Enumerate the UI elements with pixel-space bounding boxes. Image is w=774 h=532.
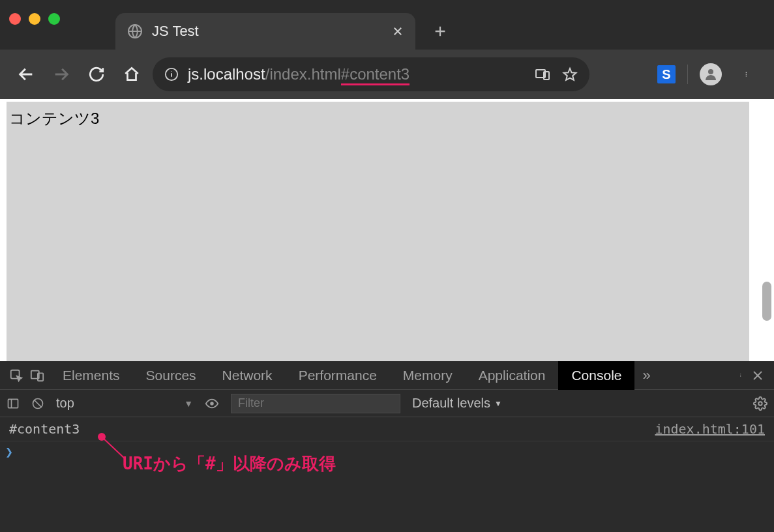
url-path: /index.html bbox=[265, 65, 341, 83]
console-message: #content3 bbox=[9, 421, 80, 437]
svg-point-16 bbox=[210, 402, 214, 406]
url-hash: #content3 bbox=[341, 65, 409, 83]
address-bar[interactable]: js.localhost/index.html#content3 bbox=[153, 57, 589, 91]
tab-sources[interactable]: Sources bbox=[133, 361, 209, 390]
bookmark-star-icon[interactable] bbox=[562, 66, 578, 82]
device-mode-icon[interactable] bbox=[535, 66, 550, 82]
tab-performance[interactable]: Performance bbox=[286, 361, 390, 390]
vertical-scrollbar[interactable] bbox=[762, 282, 771, 321]
chevron-down-icon: ▼ bbox=[184, 398, 193, 409]
clear-console-icon[interactable] bbox=[31, 397, 44, 410]
console-filter-input[interactable] bbox=[231, 394, 400, 413]
tab-title: JS Test bbox=[152, 23, 383, 40]
tab-memory[interactable]: Memory bbox=[390, 361, 466, 390]
toggle-sidebar-icon[interactable] bbox=[7, 397, 20, 410]
more-tabs-button[interactable]: » bbox=[634, 367, 658, 384]
tab-console[interactable]: Console bbox=[558, 361, 634, 390]
extension-icon[interactable]: S bbox=[657, 65, 676, 83]
svg-point-17 bbox=[758, 402, 762, 406]
chevron-down-icon: ▼ bbox=[494, 399, 502, 408]
menu-button[interactable] bbox=[734, 60, 762, 89]
tab-network[interactable]: Network bbox=[209, 361, 286, 390]
devtools-menu-icon[interactable] bbox=[740, 369, 744, 382]
devtools-tabbar: Elements Sources Network Performance Mem… bbox=[0, 361, 774, 390]
console-settings-icon[interactable] bbox=[753, 396, 767, 411]
separator bbox=[687, 65, 688, 84]
profile-avatar[interactable] bbox=[700, 63, 722, 85]
window-titlebar: JS Test bbox=[0, 0, 774, 50]
execution-context-selector[interactable]: top ▼ bbox=[56, 396, 193, 411]
svg-point-12 bbox=[740, 375, 741, 376]
page-viewport: コンテンツ3 bbox=[0, 99, 774, 361]
forward-button[interactable] bbox=[47, 60, 76, 89]
person-icon bbox=[703, 66, 719, 82]
toolbar-right: S bbox=[657, 60, 762, 89]
svg-point-6 bbox=[746, 74, 747, 74]
content-heading: コンテンツ3 bbox=[9, 110, 99, 127]
devtools-panel: Elements Sources Network Performance Mem… bbox=[0, 361, 774, 532]
console-toolbar: top ▼ Default levels ▼ bbox=[0, 390, 774, 417]
back-button[interactable] bbox=[12, 60, 40, 89]
globe-icon bbox=[127, 23, 143, 39]
page-content: コンテンツ3 bbox=[7, 102, 749, 361]
browser-tab[interactable]: JS Test bbox=[115, 13, 415, 50]
reload-button[interactable] bbox=[82, 60, 111, 89]
minimize-window-button[interactable] bbox=[29, 13, 40, 25]
svg-point-4 bbox=[708, 69, 713, 74]
console-output: #content3 index.html:101 ❯ URIから「#」以降のみ取… bbox=[0, 417, 774, 532]
console-source-link[interactable]: index.html:101 bbox=[655, 421, 765, 437]
window-controls bbox=[9, 13, 60, 25]
url-host: js.localhost bbox=[188, 65, 265, 83]
svg-point-11 bbox=[740, 374, 741, 374]
annotation-underline bbox=[341, 83, 409, 85]
inspect-element-icon[interactable] bbox=[9, 368, 23, 383]
svg-point-5 bbox=[746, 72, 747, 73]
close-devtools-button[interactable] bbox=[752, 370, 764, 381]
maximize-window-button[interactable] bbox=[48, 13, 60, 25]
close-tab-button[interactable] bbox=[392, 25, 404, 37]
svg-line-19 bbox=[102, 437, 125, 459]
live-expression-icon[interactable] bbox=[205, 396, 219, 411]
svg-rect-14 bbox=[8, 399, 18, 407]
svg-point-13 bbox=[740, 376, 741, 376]
annotation-uri-label: URIから「#」以降のみ取得 bbox=[123, 452, 336, 475]
tab-strip: JS Test bbox=[115, 0, 456, 50]
close-window-button[interactable] bbox=[9, 13, 21, 25]
new-tab-button[interactable] bbox=[424, 16, 456, 47]
browser-toolbar: js.localhost/index.html#content3 S bbox=[0, 50, 774, 99]
site-info-icon[interactable] bbox=[164, 67, 179, 81]
tab-elements[interactable]: Elements bbox=[50, 361, 133, 390]
url-text: js.localhost/index.html#content3 bbox=[188, 65, 409, 83]
svg-point-7 bbox=[746, 76, 747, 76]
home-button[interactable] bbox=[117, 60, 146, 89]
log-levels-selector[interactable]: Default levels ▼ bbox=[412, 396, 502, 411]
tab-application[interactable]: Application bbox=[466, 361, 559, 390]
device-toolbar-icon[interactable] bbox=[30, 368, 44, 383]
